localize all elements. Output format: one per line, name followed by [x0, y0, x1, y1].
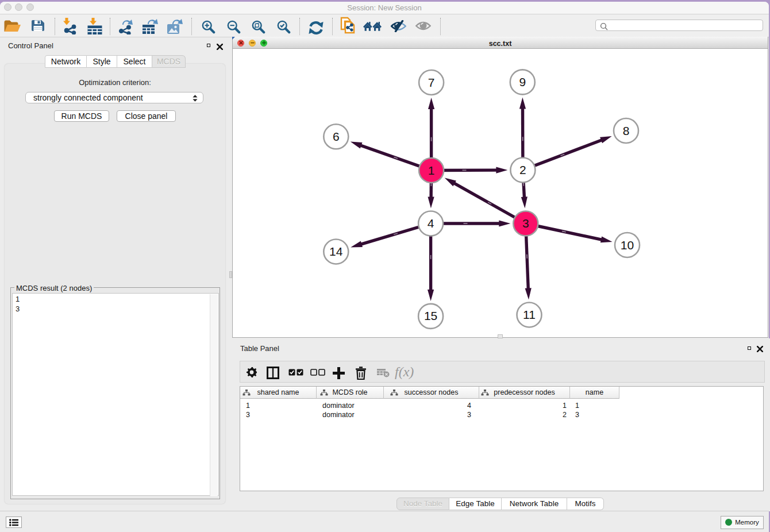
svg-text:11: 11 — [523, 308, 536, 321]
svg-text:2: 2 — [519, 163, 526, 176]
svg-text:1: 1 — [428, 164, 435, 177]
svg-text:6: 6 — [333, 130, 340, 143]
svg-text:8: 8 — [623, 124, 630, 137]
svg-text:10: 10 — [621, 238, 634, 252]
svg-text:9: 9 — [519, 75, 526, 88]
svg-text:15: 15 — [424, 309, 437, 322]
svg-text:3: 3 — [522, 217, 529, 230]
svg-text:14: 14 — [329, 245, 343, 258]
svg-text:7: 7 — [428, 76, 435, 89]
svg-text:4: 4 — [428, 217, 434, 230]
